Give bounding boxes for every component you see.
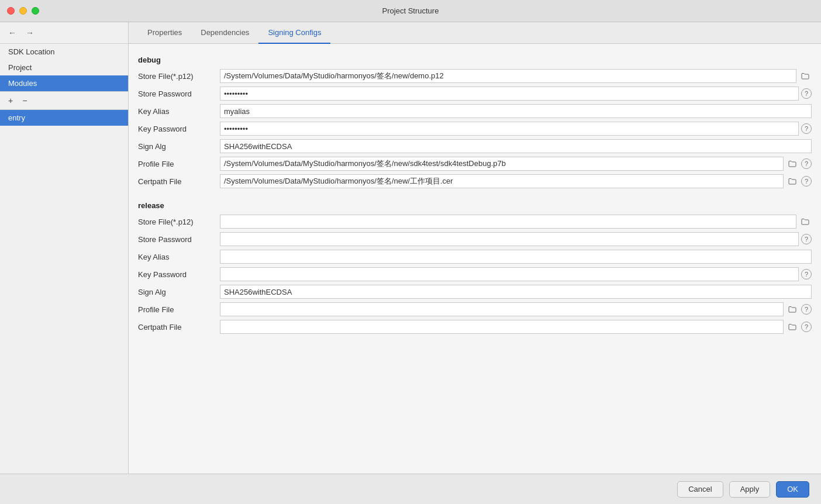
label-release-store-file: Store File(*.p12) [138,218,220,226]
form-row-release-sign-alg: Sign Alg [138,284,812,300]
sidebar-item-project[interactable]: Project [0,60,128,75]
module-section: + − entry [0,91,128,474]
input-release-certpath-file[interactable] [220,320,784,334]
input-wrap-debug-profile-file: ? [220,157,812,171]
input-wrap-debug-sign-alg [220,139,812,153]
input-release-key-password[interactable] [220,267,799,281]
module-item-entry[interactable]: entry [0,110,128,126]
help-btn-debug-certpath-file[interactable]: ? [801,176,812,187]
tab-properties[interactable]: Properties [138,22,191,44]
input-debug-store-password[interactable] [220,87,799,101]
close-button[interactable] [7,7,15,15]
input-debug-certpath-file[interactable] [220,174,784,188]
form-row-debug-store-password: Store Password ? [138,85,812,102]
label-release-key-password: Key Password [138,270,220,279]
form-row-debug-profile-file: Profile File ? [138,156,812,172]
label-debug-certpath-file: Certpath File [138,177,220,186]
sidebar-item-sdk-location[interactable]: SDK Location [0,44,128,60]
forward-button[interactable]: → [25,27,35,39]
help-btn-release-key-password[interactable]: ? [801,269,812,279]
form-row-release-certpath-file: Certpath File ? [138,319,812,335]
input-debug-store-file[interactable] [220,69,796,83]
tabs-bar: Properties Dependencies Signing Configs [129,22,821,44]
bottom-bar: Cancel Apply OK [0,474,821,504]
tab-dependencies[interactable]: Dependencies [191,22,258,44]
window-title: Project Structure [382,6,439,15]
ok-button[interactable]: OK [776,481,809,498]
form-row-release-store-file: Store File(*.p12) [138,213,812,230]
debug-section-header: debug [138,51,812,68]
input-debug-key-password[interactable] [220,122,799,136]
input-wrap-release-store-password: ? [220,232,812,246]
maximize-button[interactable] [32,7,39,15]
folder-btn-release-store-file[interactable] [799,215,812,228]
form-row-debug-store-file: Store File(*.p12) [138,68,812,84]
title-bar: Project Structure [0,0,821,22]
help-btn-release-certpath-file[interactable]: ? [801,322,812,332]
minimize-button[interactable] [19,7,27,15]
sidebar-item-modules[interactable]: Modules [0,75,128,91]
folder-btn-debug-certpath-file[interactable] [786,175,799,188]
form-row-release-store-password: Store Password ? [138,231,812,247]
form-row-debug-sign-alg: Sign Alg [138,138,812,154]
label-debug-store-password: Store Password [138,89,220,98]
input-release-store-file[interactable] [220,215,796,229]
input-wrap-debug-store-file [220,69,812,83]
label-release-sign-alg: Sign Alg [138,288,220,296]
label-debug-key-alias: Key Alias [138,107,220,116]
input-wrap-release-profile-file: ? [220,302,812,316]
input-release-store-password[interactable] [220,232,799,246]
module-toolbar: + − [0,92,128,110]
add-module-button[interactable]: + [6,95,15,106]
main-layout: ← → SDK Location Project Modules + − ent [0,22,821,474]
form-row-release-key-alias: Key Alias [138,248,812,265]
input-wrap-release-key-password: ? [220,267,812,281]
nav-arrows: ← → [0,22,128,44]
label-debug-sign-alg: Sign Alg [138,142,220,151]
input-debug-key-alias[interactable] [220,104,812,118]
label-release-store-password: Store Password [138,235,220,244]
right-panel: Properties Dependencies Signing Configs … [129,22,821,474]
sidebar-nav: SDK Location Project Modules [0,44,128,91]
input-release-profile-file[interactable] [220,302,784,316]
help-btn-debug-store-password[interactable]: ? [801,88,812,99]
form-row-debug-certpath-file: Certpath File ? [138,173,812,189]
module-list: entry [0,110,128,474]
input-wrap-debug-key-password: ? [220,122,812,136]
help-btn-debug-profile-file[interactable]: ? [801,158,812,169]
remove-module-button[interactable]: − [20,95,29,106]
label-release-key-alias: Key Alias [138,253,220,261]
folder-btn-debug-profile-file[interactable] [786,157,799,170]
input-debug-sign-alg[interactable] [220,139,812,153]
label-debug-key-password: Key Password [138,125,220,133]
cancel-button[interactable]: Cancel [677,481,723,498]
tab-signing-configs[interactable]: Signing Configs [258,22,330,44]
label-debug-store-file: Store File(*.p12) [138,72,220,81]
input-debug-profile-file[interactable] [220,157,784,171]
input-wrap-release-store-file [220,215,812,229]
input-wrap-debug-store-password: ? [220,87,812,101]
input-wrap-release-sign-alg [220,285,812,299]
help-btn-release-store-password[interactable]: ? [801,234,812,244]
input-wrap-release-certpath-file: ? [220,320,812,334]
back-button[interactable]: ← [7,27,18,39]
help-btn-release-profile-file[interactable]: ? [801,304,812,315]
apply-button[interactable]: Apply [729,481,771,498]
input-release-sign-alg[interactable] [220,285,812,299]
form-row-release-profile-file: Profile File ? [138,301,812,317]
input-wrap-debug-certpath-file: ? [220,174,812,188]
content-area: debug Store File(*.p12) Store Password [129,44,821,474]
input-wrap-debug-key-alias [220,104,812,118]
form-row-debug-key-password: Key Password ? [138,120,812,137]
help-btn-debug-key-password[interactable]: ? [801,123,812,134]
form-row-debug-key-alias: Key Alias [138,103,812,119]
left-panel: ← → SDK Location Project Modules + − ent [0,22,129,474]
label-release-profile-file: Profile File [138,305,220,314]
window-controls [7,7,39,15]
folder-btn-release-profile-file[interactable] [786,303,799,316]
input-release-key-alias[interactable] [220,250,812,264]
folder-btn-debug-store-file[interactable] [799,70,812,82]
form-row-release-key-password: Key Password ? [138,266,812,282]
folder-btn-release-certpath-file[interactable] [786,320,799,333]
input-wrap-release-key-alias [220,250,812,264]
